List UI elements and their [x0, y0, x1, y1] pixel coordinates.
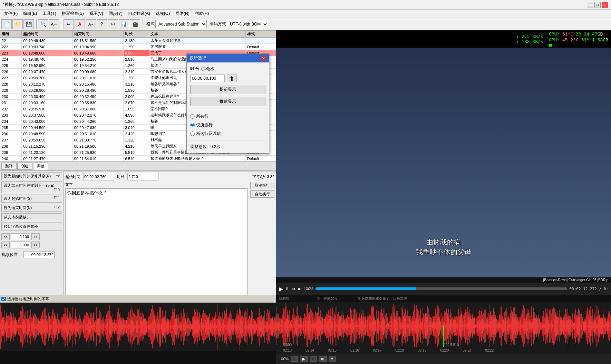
dialog-separator: [190, 110, 265, 110]
dialog-close-button[interactable]: ✕: [261, 56, 266, 61]
dialog-selected-after: 所选行及以后: [190, 131, 265, 137]
radio-selected[interactable]: [190, 123, 195, 127]
dialog-adjust-total: 调整总数: -0.2秒: [190, 144, 265, 150]
radio-all-label: 所有行: [196, 114, 208, 119]
timing-dialog: 仅所选行 ✕ 时:分:秒:毫秒 ⬆ 提前显示 推后显示 所有行 仅所选行: [186, 53, 269, 154]
delay-button[interactable]: 推后显示: [190, 97, 265, 106]
dialog-time-label: 时:分:秒:毫秒: [190, 66, 214, 72]
dialog-time-row: 时:分:秒:毫秒: [190, 66, 265, 72]
radio-selected-label: 仅所选行: [196, 122, 213, 128]
dialog-all-rows: 所有行: [190, 114, 265, 119]
dialog-body: 时:分:秒:毫秒 ⬆ 提前显示 推后显示 所有行 仅所选行 所选行及以后: [187, 62, 269, 153]
radio-after-label: 所选行及以后: [196, 131, 221, 137]
dialog-time-input[interactable]: [190, 75, 225, 82]
dialog-overlay: 仅所选行 ✕ 时:分:秒:毫秒 ⬆ 提前显示 推后显示 所有行 仅所选行: [0, 0, 611, 364]
dialog-title-text: 仅所选行: [190, 55, 206, 61]
dialog-selected-rows: 仅所选行: [190, 122, 265, 128]
adjust-total-label: 调整总数: -0.2秒: [190, 144, 220, 150]
dialog-time-spinner[interactable]: ⬆: [227, 75, 237, 82]
advance-button[interactable]: 提前显示: [190, 85, 265, 94]
dialog-separator2: [190, 140, 265, 140]
dialog-input-row: ⬆: [190, 75, 265, 82]
radio-all[interactable]: [190, 114, 195, 119]
dialog-title: 仅所选行 ✕: [187, 54, 269, 62]
radio-after[interactable]: [190, 131, 195, 136]
